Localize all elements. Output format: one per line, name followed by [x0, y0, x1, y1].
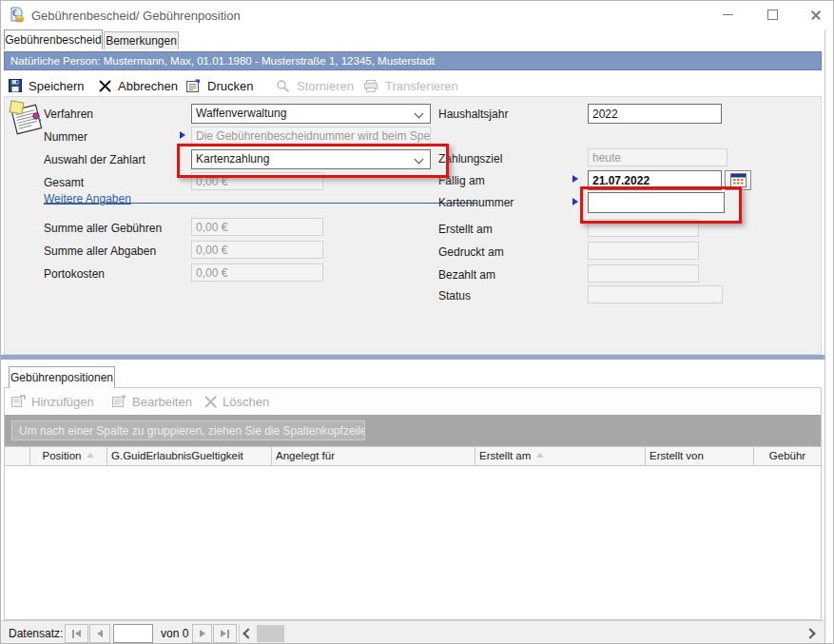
print-icon — [185, 79, 201, 93]
scroll-right-icon — [805, 628, 815, 638]
verfahren-label: Verfahren — [44, 107, 93, 121]
storno-button: Stornieren — [276, 75, 354, 96]
haushaltsjahr-label: Haushaltsjahr — [438, 107, 508, 121]
horizontal-scrollbar-thumb[interactable] — [257, 625, 284, 642]
scroll-left-button[interactable] — [241, 625, 256, 642]
positions-grid-panel: Hinzufügen Bearbeiten Löschen — [4, 387, 822, 620]
required-marker-icon — [572, 175, 578, 183]
bezahlt-am-label: Bezahlt am — [438, 268, 495, 282]
zahlart-combo[interactable]: Kartenzahlung — [191, 149, 431, 169]
column-label: Erstellt von — [650, 450, 704, 461]
chevron-down-icon — [415, 109, 424, 119]
transfer-button: Transferieren — [363, 75, 458, 96]
group-by-bar: Um nach einer Spalte zu gruppieren, zieh… — [5, 415, 821, 446]
tab-gebuehrenpositionen[interactable]: Gebührenpositionen — [9, 366, 115, 388]
column-header-erstellt-am[interactable]: Erstellt am — [475, 447, 646, 465]
last-record-button[interactable] — [213, 624, 237, 643]
faellig-label: Fällig am — [438, 174, 485, 187]
calendar-button[interactable] — [725, 170, 751, 190]
column-header-indicator — [5, 447, 30, 465]
column-label: Position — [43, 450, 82, 461]
window-right-gutter — [824, 29, 834, 644]
last-record-icon — [227, 630, 229, 638]
person-info-bar: Natürliche Person: Mustermann, Max, 01.0… — [4, 51, 822, 70]
tab-label: Bemerkungen — [106, 34, 177, 48]
calendar-icon — [730, 173, 747, 187]
nummer-label: Nummer — [44, 130, 87, 144]
cancel-x-icon — [99, 80, 111, 92]
save-button[interactable]: Speichern — [9, 75, 85, 96]
maximize-icon — [767, 10, 778, 20]
delete-button: Löschen — [204, 392, 269, 411]
gesamt-field: 0,00 € — [191, 172, 323, 190]
column-label: G.GuidErlaubnisGueltigkeit — [111, 450, 243, 461]
previous-record-button[interactable] — [89, 624, 110, 643]
zahlart-label: Auswahl der Zahlart — [44, 153, 145, 166]
status-field — [588, 285, 723, 303]
grid-body-empty[interactable] — [5, 466, 821, 619]
cancel-button[interactable]: Abbrechen — [99, 75, 178, 96]
close-button[interactable] — [796, 1, 834, 29]
tab-label: Gebührenpositionen — [10, 371, 113, 384]
storno-label: Stornieren — [297, 79, 354, 93]
close-icon — [810, 10, 822, 21]
title-bar: € Gebührenbescheid/ Gebührenposition — [1, 1, 833, 29]
first-record-button[interactable] — [65, 624, 88, 643]
gedruckt-am-label: Gedruckt am — [438, 245, 504, 259]
nummer-field: Die Gebührenbescheidnummer wird beim Spe… — [191, 127, 431, 146]
zahlart-value: Kartenzahlung — [196, 152, 269, 166]
print-label: Drucken — [207, 79, 253, 93]
column-header-angelegt-fuer[interactable]: Angelegt für — [272, 447, 475, 465]
minimize-icon — [723, 14, 733, 15]
minimize-button[interactable] — [708, 1, 747, 29]
record-number-input[interactable] — [113, 624, 153, 643]
maximize-button[interactable] — [752, 1, 792, 29]
haushaltsjahr-input[interactable] — [588, 104, 722, 124]
add-label: Hinzufügen — [31, 395, 94, 409]
summe-gebuehren-label: Summe aller Gebühren — [44, 222, 162, 235]
zahlungsziel-label: Zahlungsziel — [438, 152, 502, 166]
divider — [239, 624, 240, 643]
add-button: Hinzufügen — [10, 392, 94, 411]
form-document-icon — [8, 99, 46, 139]
print-button[interactable]: Drucken — [185, 75, 253, 96]
edit-button: Bearbeiten — [111, 392, 192, 411]
next-record-button[interactable] — [192, 624, 212, 643]
gedruckt-am-field — [588, 242, 699, 260]
status-label: Status — [438, 289, 471, 302]
kartennummer-input[interactable] — [588, 192, 725, 213]
portokosten-label: Portokosten — [44, 267, 105, 281]
scroll-left-icon — [242, 628, 253, 638]
edit-icon — [111, 395, 126, 408]
kartennummer-label: Kartennummer — [438, 196, 514, 209]
summe-gebuehren-field: 0,00 € — [191, 218, 323, 236]
edit-label: Bearbeiten — [132, 395, 192, 409]
weitere-angaben-group: Weitere Angaben — [44, 189, 476, 204]
scroll-right-button[interactable] — [802, 625, 819, 642]
last-record-icon — [221, 630, 226, 637]
panel-splitter[interactable] — [1, 355, 824, 360]
chevron-down-icon — [415, 155, 424, 165]
tab-bemerkungen[interactable]: Bemerkungen — [104, 31, 179, 49]
column-header-position[interactable]: Position — [30, 447, 107, 465]
record-count-label: von 0 — [161, 627, 188, 640]
delete-x-icon — [204, 396, 217, 408]
column-header-gebuehr[interactable]: Gebühr — [754, 447, 821, 465]
save-icon — [9, 79, 22, 92]
column-label: Angelegt für — [276, 450, 335, 461]
column-header-erstellt-von[interactable]: Erstellt von — [646, 447, 754, 465]
grid-header: Position G.GuidErlaubnisGueltigkeit Ange… — [5, 446, 821, 466]
summe-abgaben-field: 0,00 € — [191, 241, 323, 259]
faellig-input[interactable] — [588, 170, 722, 190]
tab-gebuehrenbescheid[interactable]: Gebührenbescheid — [4, 29, 103, 49]
weitere-angaben-link[interactable]: Weitere Angaben — [44, 192, 131, 205]
column-header-guid[interactable]: G.GuidErlaubnisGueltigkeit — [107, 447, 272, 465]
zahlungsziel-field: heute — [588, 148, 727, 166]
sort-asc-icon — [536, 453, 544, 458]
app-window: € Gebührenbescheid/ Gebührenposition Geb… — [0, 0, 834, 644]
bezahlt-am-field — [588, 264, 699, 283]
summe-abgaben-label: Summe aller Abgaben — [44, 244, 156, 258]
cancel-label: Abbrechen — [118, 79, 178, 93]
verfahren-combo[interactable]: Waffenverwaltung — [191, 104, 431, 124]
previous-record-icon — [97, 630, 103, 637]
